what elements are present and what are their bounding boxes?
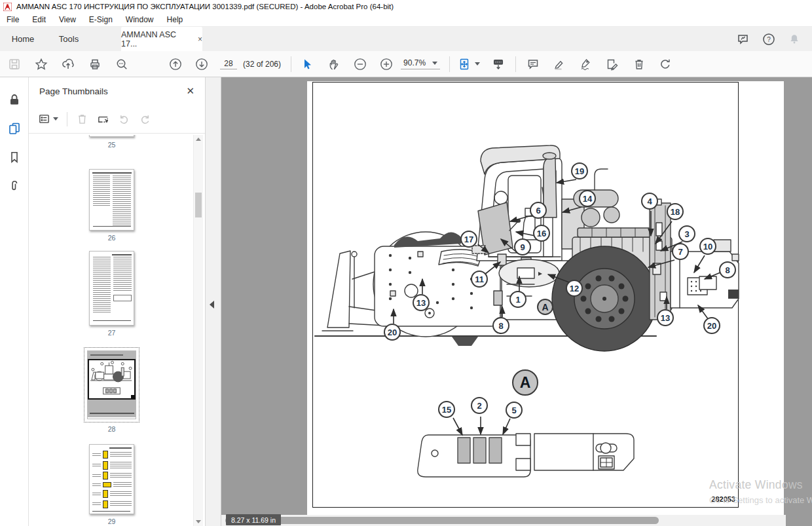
star-icon[interactable] [35,58,48,71]
menu-view[interactable]: View [52,14,83,26]
print-icon[interactable] [88,58,101,71]
attachment-paperclip-icon[interactable] [8,179,21,193]
acrobat-window: { "titlebar": { "title": "AMMANN ASC 170… [0,0,812,526]
document-pane[interactable]: 19 14 6 16 9 17 4 18 3 7 10 8 11 12 1 8 … [221,77,812,526]
help-icon[interactable]: ? [762,33,775,46]
thumbnail-page-26[interactable] [89,169,134,231]
thumbnail-label-27[interactable]: 27 [89,329,134,337]
scrolling-mode-icon[interactable] [492,58,505,71]
delete-thumbnail-icon[interactable] [76,113,88,125]
zoom-out-icon[interactable] [354,58,367,71]
page-thumbnails-panel: Page Thumbnails ✕ 25 26 [29,77,206,526]
sign-icon[interactable] [579,58,592,71]
thumbnail-page-28-selected[interactable] [84,347,139,423]
page-thumbnails-icon[interactable] [8,122,21,135]
callout-14: 14 [579,190,596,207]
page-size-tooltip: 8.27 x 11.69 in [226,514,281,525]
callout-13-right: 13 [657,309,674,326]
callout-17: 17 [460,231,477,248]
tab-home[interactable]: Home [0,27,46,51]
callout-13-left: 13 [413,294,430,311]
svg-text:?: ? [767,36,771,43]
zoom-in-icon[interactable] [380,58,393,71]
tab-tools[interactable]: Tools [46,27,92,51]
thumbnail-options-icon[interactable] [38,113,58,125]
horizontal-scrollbar-thumb[interactable] [225,517,659,524]
tab-bar: Home Tools AMMANN ASC 17... × ? [0,27,812,51]
menubar: File Edit View E-Sign Window Help [0,13,812,27]
panel-collapse-strip[interactable] [206,77,221,526]
thumbnail-label-26[interactable]: 26 [89,234,134,242]
callout-15: 15 [438,401,455,418]
thumbnail-page-29[interactable] [89,444,134,514]
callout-12: 12 [566,280,583,297]
scrollbar-thumb[interactable] [195,193,202,217]
callout-11: 11 [471,271,488,288]
select-tool-icon[interactable] [301,58,314,71]
thumbnail-label-28[interactable]: 28 [89,425,134,433]
tab-document[interactable]: AMMANN ASC 17... × [121,27,202,51]
menu-file[interactable]: File [0,14,26,26]
callout-20-right: 20 [703,317,720,334]
callout-8-bottom: 8 [492,317,509,334]
callout-9: 9 [514,238,531,255]
collapse-panel-icon[interactable] [210,301,214,309]
callout-2: 2 [471,397,488,414]
thumbnail-label-29[interactable]: 29 [89,517,134,525]
callout-layer: 19 14 6 16 9 17 4 18 3 7 10 8 11 12 1 8 … [313,83,738,507]
zoom-level-value: 90.7% [403,58,426,67]
callout-16: 16 [533,225,550,242]
callout-19: 19 [571,162,588,179]
figure-frame: 19 14 6 16 9 17 4 18 3 7 10 8 11 12 1 8 … [312,82,739,508]
notification-bell-icon[interactable] [788,33,801,46]
refresh-icon[interactable] [659,58,672,71]
callout-8-right: 8 [719,261,736,278]
next-page-icon[interactable] [195,58,208,71]
fit-page-icon[interactable] [458,58,471,71]
feedback-icon[interactable] [737,33,750,46]
hand-tool-icon[interactable] [327,58,341,71]
lock-icon[interactable] [8,93,21,106]
search-icon[interactable] [115,58,128,71]
save-icon[interactable] [8,58,21,71]
window-title: AMMANN ASC 170 ИНСТРУКЦИЯ ПО ЭКСПЛУАТАЦИ… [16,3,394,10]
share-upload-icon[interactable] [62,58,75,71]
page-number-input[interactable]: 28 [220,59,237,69]
main-area: Page Thumbnails ✕ 25 26 [0,77,812,526]
titlebar: AMMANN ASC 170 ИНСТРУКЦИЯ ПО ЭКСПЛУАТАЦИ… [0,0,812,13]
callout-7: 7 [672,243,689,260]
horizontal-scrollbar[interactable] [221,515,786,526]
scroll-up-icon[interactable] [196,138,201,141]
zoom-level-select[interactable]: 90.7% [401,58,440,69]
page-count-label: (32 of 206) [243,60,281,69]
bookmark-icon[interactable] [8,151,21,164]
callout-3: 3 [678,225,695,242]
callout-18: 18 [667,203,684,220]
edit-page-icon[interactable] [605,58,618,71]
menu-esign[interactable]: E-Sign [83,14,119,26]
thumbnail-page-25[interactable] [89,135,134,137]
callout-5: 5 [506,402,523,419]
previous-page-icon[interactable] [169,58,182,71]
menu-edit[interactable]: Edit [26,14,52,26]
delete-pages-icon[interactable] [633,58,646,71]
callout-10: 10 [699,238,716,255]
undo-icon[interactable] [118,113,130,125]
thumbnail-label-25[interactable]: 25 [89,141,134,149]
redo-icon[interactable] [139,113,151,125]
thumbnail-page-27[interactable] [89,251,134,326]
close-panel-icon[interactable]: ✕ [186,85,194,97]
menu-window[interactable]: Window [119,14,160,26]
toolbar: 28 (32 of 206) 90.7% [0,51,812,77]
activate-windows-watermark: Activate Windows Go to Settings to activ… [709,478,812,505]
watermark-line1: Activate Windows [709,478,812,492]
thumbnail-scrollbar[interactable] [193,135,203,526]
thumbnail-list: 25 26 27 [29,135,205,526]
scroll-down-icon[interactable] [196,520,201,523]
extract-pages-icon[interactable] [97,113,109,125]
menu-help[interactable]: Help [160,14,190,26]
chevron-down-icon[interactable] [475,62,480,66]
highlight-icon[interactable] [553,58,566,71]
comment-icon[interactable] [526,58,540,71]
close-tab-icon[interactable]: × [198,35,202,43]
